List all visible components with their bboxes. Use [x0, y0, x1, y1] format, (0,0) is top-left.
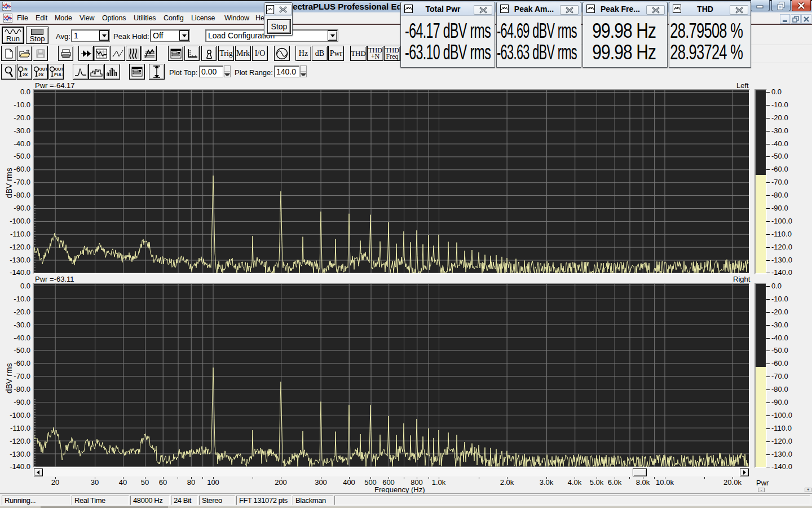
svg-text:OUT: OUT	[55, 67, 64, 71]
svg-text:FULL: FULL	[54, 72, 63, 77]
svg-text:2X: 2X	[23, 72, 28, 77]
svg-text:OUT: OUT	[39, 67, 48, 71]
svg-text:2X: 2X	[38, 72, 43, 77]
svg-text:IN: IN	[24, 67, 28, 71]
